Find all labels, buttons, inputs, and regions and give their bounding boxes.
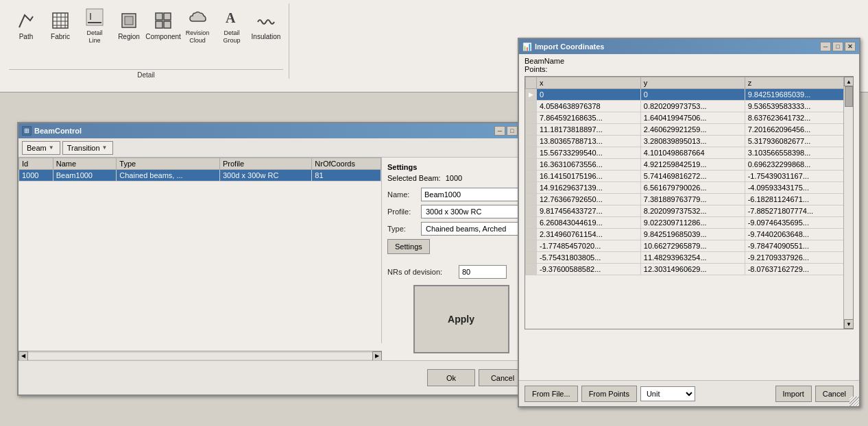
cell-nrcoords: 81 [312,170,381,181]
scroll-right-arrow[interactable]: ▶ [372,351,382,361]
import-table-row[interactable]: -1.77485457020... 10.66272965879... -9.7… [526,240,853,252]
import-table-scroll[interactable]: x y z ▶ 0 0 9.842519685039... 4.05846389… [525,77,853,329]
title-left: ⊞ BeamControl [22,126,82,136]
cell-z: 9.536539583333... [745,101,852,112]
import-cancel-btn[interactable]: Cancel [815,386,854,402]
import-table-row[interactable]: 9.817456433727... 8.202099737532... -7.8… [526,205,853,217]
minimize-btn[interactable]: ─ [494,126,505,136]
beam-control-title-icon: ⊞ [22,126,32,136]
arrow-cell [526,136,537,147]
name-row: Name: [387,188,528,201]
import-close-btn[interactable]: ✕ [845,42,856,51]
import-scrollbar[interactable]: ▲ ▼ [843,77,853,329]
col-x: x [537,77,641,89]
apply-btn[interactable]: Apply [413,285,509,353]
nrs-input[interactable] [459,265,507,279]
name-input[interactable] [421,188,528,201]
import-table-row[interactable]: 16.14150175196... 5.741469816272... -1.7… [526,171,853,182]
revision-cloud-tool[interactable]: RevisionCloud [180,3,215,47]
import-table-row[interactable]: 2.314960761154... 9.842519685039... -9.7… [526,229,853,240]
import-table-row[interactable]: 13.80365788713... 3.280839895013... 5.31… [526,136,853,147]
fabric-tool[interactable]: Fabric [43,7,77,44]
ok-btn[interactable]: Ok [427,369,475,386]
arrow-cell [526,240,537,252]
import-table-row[interactable]: ▶ 0 0 9.842519685039... [526,89,853,101]
from-file-btn[interactable]: From File... [525,386,578,402]
cell-type: Chained beams, ... [117,170,220,181]
scroll-down-arrow[interactable]: ▼ [844,319,854,329]
insulation-label: Insulation [252,33,281,41]
import-table-row[interactable]: 6.260843044619... 9.022309711286... -9.0… [526,217,853,229]
beam-control-titlebar: ⊞ BeamControl ─ □ ✕ [19,123,533,138]
import-title-text: Import Coordinates [535,42,604,51]
cell-z: 5.317936082677... [745,136,852,147]
import-table-row[interactable]: 11.18173818897... 2.460629921259... 7.20… [526,124,853,136]
import-btn[interactable]: Import [775,386,812,402]
cell-x: 13.80365788713... [537,136,641,147]
svg-rect-11 [125,16,133,25]
cell-y: 9.022309711286... [640,217,745,229]
arrow-cell [526,182,537,194]
restore-btn[interactable]: □ [507,126,518,136]
import-restore-btn[interactable]: □ [832,42,843,51]
import-table-row[interactable]: -5.75431803805... 11.48293963254... -9.2… [526,252,853,264]
transition-dropdown[interactable]: Transition ▼ [62,141,114,155]
detail-group-tool[interactable]: A DetailGroup [215,3,249,47]
cell-x: 12.76366792650... [537,194,641,205]
region-tool[interactable]: Region [112,7,146,44]
path-tool[interactable]: Path [9,7,43,44]
cell-x: 14.91629637139... [537,182,641,194]
type-select[interactable]: Chained beams, Arched [421,222,528,236]
detail-line-icon [84,6,106,28]
detail-group-label: DetailGroup [223,29,240,45]
import-table-row[interactable]: 7.864592168635... 1.640419947506... 8.63… [526,112,853,124]
beam-data-table: Id Name Type Profile NrOfCoords 1000 Bea… [19,158,382,343]
col-z: z [745,77,852,89]
svg-rect-14 [156,21,162,28]
unit-select[interactable]: Unit m cm mm ft in [640,386,695,401]
cell-x: -5.75431803805... [537,252,641,264]
scroll-thumb [845,86,853,107]
component-tool[interactable]: Component [146,7,180,44]
import-table-row[interactable]: 4.0584638976378 0.820209973753... 9.5365… [526,101,853,112]
cell-z: -1.75439031167... [745,171,852,182]
table-row[interactable]: 1000 Beam1000 Chained beams, ... 300d x … [19,170,381,181]
scroll-left-arrow[interactable]: ◀ [19,351,28,361]
cell-y: 11.48293963254... [640,252,745,264]
import-title-icon: 📊 [522,42,532,51]
detail-section: Path Fabric [3,3,289,79]
import-table-row[interactable]: 16.36310673556... 4.921259842519... 0.69… [526,159,853,171]
scroll-up-arrow[interactable]: ▲ [844,77,854,86]
profile-row: Profile: 300d x 300w RC [387,205,528,218]
import-table-row[interactable]: 14.91629637139... 6.561679790026... -4.0… [526,182,853,194]
arrow-cell [526,229,537,240]
import-table-row[interactable]: -9.37600588582... 12.30314960629... -8.0… [526,264,853,275]
import-titlebar: 📊 Import Coordinates ─ □ ✕ [519,39,859,54]
resize-handle[interactable] [849,397,859,406]
col-arrow [526,77,537,89]
cell-x: -9.37600588582... [537,264,641,275]
h-scrollbar[interactable]: ◀ ▶ [19,351,382,360]
import-title-left: 📊 Import Coordinates [522,42,604,51]
import-table-row[interactable]: 12.76366792650... 7.381889763779... -6.1… [526,194,853,205]
detail-group-icon: A [221,6,243,28]
cell-y: 3.280839895013... [640,136,745,147]
import-minimize-btn[interactable]: ─ [820,42,831,51]
from-points-btn[interactable]: From Points [581,386,637,402]
arrow-cell [526,194,537,205]
window-bottom-bar: Ok Cancel [19,360,533,394]
cell-x: 7.864592168635... [537,112,641,124]
insulation-tool[interactable]: Insulation [249,7,283,44]
cell-z: -9.74402063648... [745,229,852,240]
profile-select[interactable]: 300d x 300w RC [421,205,528,218]
beam-control-window: ⊞ BeamControl ─ □ ✕ Beam ▼ Transition ▼ … [17,122,535,396]
arrow-cell [526,205,537,217]
cell-z: -6.18281124671... [745,194,852,205]
settings-btn[interactable]: Settings [387,239,430,254]
import-table-row[interactable]: 15.56733299540... 4.1010498687664 3.1035… [526,147,853,159]
beam-dropdown[interactable]: Beam ▼ [22,141,60,155]
svg-rect-13 [164,13,171,20]
cell-y: 4.1010498687664 [640,147,745,159]
arrow-cell [526,159,537,171]
detail-line-tool[interactable]: DetailLine [77,3,112,47]
